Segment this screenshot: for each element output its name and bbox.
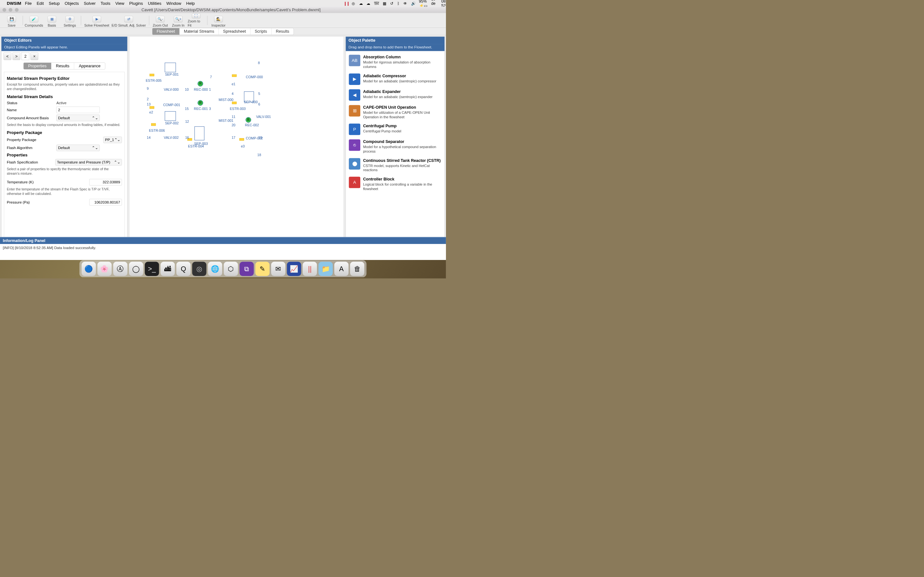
flowsheet-label[interactable]: ESTR-003: [230, 107, 246, 111]
tab-spreadsheet[interactable]: Spreadsheet: [219, 28, 250, 35]
temperature-input[interactable]: [89, 179, 121, 185]
flowsheet-label[interactable]: 13: [147, 102, 151, 106]
volume-icon[interactable]: 🔊: [411, 1, 415, 6]
menu-setup[interactable]: Setup: [49, 1, 60, 6]
flowsheet-label[interactable]: 18: [257, 153, 261, 157]
basis-button[interactable]: ▦Basis: [43, 13, 60, 27]
proptab-appearance[interactable]: Appearance: [74, 63, 105, 69]
close-window-button[interactable]: [3, 8, 6, 12]
unit-op-box[interactable]: [194, 126, 204, 140]
zoom-out-button[interactable]: 🔍-Zoom Out: [152, 13, 169, 27]
editor-prev-button[interactable]: <: [3, 52, 11, 60]
flowsheet-label[interactable]: VALV-000: [164, 88, 179, 92]
dock-stocks-icon[interactable]: 📈: [287, 262, 301, 276]
flowsheet-label[interactable]: 12: [185, 119, 189, 124]
flowsheet-label[interactable]: MIST-001: [218, 119, 233, 123]
menu-solver[interactable]: Solver: [84, 1, 95, 6]
zoom-fit-button[interactable]: ⛶Zoom to Fit: [188, 13, 205, 27]
dock-app-icon[interactable]: ◯: [129, 262, 143, 276]
dock-appstore-icon[interactable]: Ⓐ: [113, 262, 128, 276]
basis-select[interactable]: Default⌃⌄: [57, 115, 100, 121]
pause-icon[interactable]: ❙❙: [344, 1, 348, 6]
recycle-node[interactable]: B: [246, 117, 251, 122]
menu-tools[interactable]: Tools: [101, 1, 110, 6]
flowsheet-label[interactable]: 7: [210, 75, 212, 79]
cloud-upload-icon[interactable]: ☁: [367, 1, 370, 6]
flowsheet-label[interactable]: VALV-001: [256, 115, 271, 119]
palette-item[interactable]: AB Absorption Column Model for rigorous …: [347, 53, 443, 71]
flowsheet-label[interactable]: REC-001: [194, 107, 208, 111]
flowsheet-label[interactable]: e1: [232, 82, 236, 86]
palette-item[interactable]: ⬤ Continuous Stirred Tank Reactor (CSTR)…: [347, 156, 443, 174]
creative-cloud-icon[interactable]: ☁: [359, 1, 363, 6]
dock-app-icon[interactable]: A: [334, 262, 349, 276]
app-name[interactable]: DWSIM: [7, 1, 21, 6]
menu-utilities[interactable]: Utilities: [148, 1, 162, 6]
tab-results[interactable]: Results: [271, 28, 294, 35]
compounds-button[interactable]: 🧪Compounds: [25, 13, 42, 27]
grid-icon[interactable]: ▦: [383, 1, 387, 6]
menu-objects[interactable]: Objects: [65, 1, 79, 6]
flowsheet-label[interactable]: 3: [209, 107, 211, 111]
dock-quicktime-icon[interactable]: Q: [176, 262, 191, 276]
flowsheet-label[interactable]: 14: [147, 135, 151, 140]
solve-flowsheet-button[interactable]: ▶Solve Flowsheet: [84, 13, 110, 27]
flowsheet-label[interactable]: COMP-000: [246, 75, 263, 79]
flowsheet-label[interactable]: SEP-001: [165, 73, 178, 77]
energy-tag[interactable]: [232, 102, 236, 104]
menu-edit[interactable]: Edit: [37, 1, 44, 6]
bluetooth-icon[interactable]: ᛒ: [397, 1, 399, 6]
inspector-button[interactable]: 🕵Inspector: [210, 13, 227, 27]
dock-folder-icon[interactable]: 📁: [318, 262, 333, 276]
flowsheet-label[interactable]: ESTR-005: [145, 79, 162, 83]
dock-terminal-icon[interactable]: >_: [145, 262, 159, 276]
palette-item[interactable]: P Centrifugal Pump Centrifugal Pump mode…: [347, 121, 443, 137]
menu-help[interactable]: Help: [186, 1, 195, 6]
tab-flowsheet[interactable]: Flowsheet: [152, 28, 180, 35]
zoom-in-button[interactable]: 🔍+Zoom In: [170, 13, 187, 27]
dock-parallels-icon[interactable]: ||: [302, 262, 317, 276]
flowsheet-label[interactable]: 16: [185, 135, 189, 140]
dock-photos-icon[interactable]: 🌸: [97, 262, 111, 276]
status-icon-2[interactable]: 👁: [403, 1, 407, 6]
flowsheet-label[interactable]: 8: [258, 61, 260, 65]
palette-item[interactable]: ⊞ CAPE-OPEN Unit Operation Model for uti…: [347, 103, 443, 121]
flowsheet-label[interactable]: COMP-001: [163, 103, 180, 107]
zoom-window-button[interactable]: [15, 8, 19, 12]
recycle-node[interactable]: R: [198, 81, 203, 86]
timemachine-icon[interactable]: ↺: [390, 1, 393, 6]
dock-finder-icon[interactable]: 🔵: [81, 262, 95, 276]
flowsheet-label[interactable]: MIST-000: [218, 98, 233, 102]
flowsheet-label[interactable]: 17: [232, 135, 236, 140]
palette-item[interactable]: ⎋ Compound Separator Model for a hypothe…: [347, 137, 443, 156]
menu-plugins[interactable]: Plugins: [129, 1, 143, 6]
palette-item[interactable]: ◀ Adiabatic Expander Model for an adiaba…: [347, 87, 443, 103]
flowsheet-canvas[interactable]: R R B SEP-001ESTR-005VALV-00010REC-00019…: [129, 37, 343, 258]
settings-button[interactable]: ⚙Settings: [61, 13, 78, 27]
flowsheet-label[interactable]: 1: [209, 88, 211, 92]
dock-notes-icon[interactable]: ✎: [255, 262, 270, 276]
flowsheet-label[interactable]: 2: [147, 97, 149, 102]
proptab-properties[interactable]: Properties: [23, 63, 51, 69]
flowsheet-label[interactable]: SEP-000: [244, 100, 258, 104]
minimize-window-button[interactable]: [9, 8, 13, 12]
flowsheet-label[interactable]: 6: [258, 102, 260, 106]
palette-list[interactable]: AB Absorption Column Model for rigorous …: [346, 51, 445, 258]
menu-window[interactable]: Window: [166, 1, 181, 6]
memory-indicator[interactable]: MEM33%: [374, 2, 379, 5]
status-icon-1[interactable]: ◎: [352, 1, 355, 6]
flowsheet-label[interactable]: ESTR-004: [188, 144, 204, 148]
palette-item[interactable]: ▶ Adiabatic Compressor Model for an adia…: [347, 71, 443, 87]
pressure-input[interactable]: [89, 199, 121, 205]
energy-tag[interactable]: [151, 123, 156, 126]
flash-algo-select[interactable]: Default⌃⌄: [57, 145, 100, 151]
flowsheet-label[interactable]: e2: [149, 110, 153, 114]
proptab-results[interactable]: Results: [51, 63, 74, 69]
flowsheet-label[interactable]: 15: [185, 107, 189, 111]
editor-next-button[interactable]: >: [13, 52, 20, 60]
save-button[interactable]: 💾Save: [3, 13, 20, 27]
energy-tag[interactable]: [150, 106, 154, 109]
flash-spec-select[interactable]: Temperature and Pressure (T/P)⌃⌄: [55, 159, 122, 165]
recycle-node[interactable]: R: [198, 100, 203, 105]
flowsheet-label[interactable]: 19: [258, 135, 262, 140]
